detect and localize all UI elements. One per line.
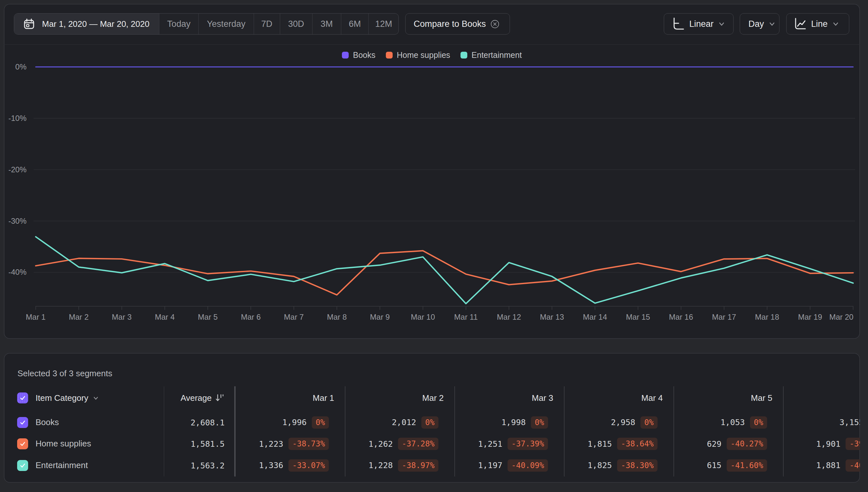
y-axis-tick-label: 0% <box>15 63 26 71</box>
value-cell-books: 3,1550% <box>840 416 860 428</box>
column-separator <box>454 386 455 476</box>
select-all-checkbox[interactable] <box>17 392 28 403</box>
value-cell-entertainment: 615-41.60% <box>707 459 767 472</box>
y-axis-tick-label: -10% <box>8 114 26 123</box>
x-axis-tick-label: Mar 1 <box>26 313 46 321</box>
x-axis-tick-label: Mar 15 <box>626 313 650 321</box>
row-checkbox-home-supplies[interactable] <box>17 438 28 449</box>
day-column-header: Mar 5 <box>751 392 772 403</box>
x-axis-line <box>36 306 853 310</box>
x-axis-tick-label: Mar 16 <box>669 313 693 321</box>
x-axis-tick-label: Mar 13 <box>540 313 564 321</box>
percent-change-badge: -39.75% <box>846 438 860 450</box>
day-column-header: Mar 1 <box>313 392 334 403</box>
percent-change-badge: 0% <box>531 416 548 428</box>
value-cell-entertainment: 1,197-40.09% <box>478 459 548 472</box>
column-separator <box>234 386 236 476</box>
x-axis-tick-label: Mar 10 <box>411 313 435 321</box>
day-column-header: Mar 3 <box>532 392 553 403</box>
x-axis-tick-label: Mar 2 <box>69 313 88 321</box>
value-cell-home-supplies: 1,901-39.75% <box>816 438 860 450</box>
x-axis-tick-label: Mar 11 <box>454 313 478 321</box>
percent-change-badge: -41.60% <box>727 459 767 472</box>
value-cell-entertainment: 1,881-40.38% <box>816 459 860 472</box>
x-axis-tick-label: Mar 17 <box>712 313 736 321</box>
x-axis-tick-label: Mar 7 <box>284 313 304 321</box>
percent-change-badge: -40.27% <box>727 438 767 450</box>
value-cell-books: 2,9580% <box>611 416 658 428</box>
percent-change-badge: -38.30% <box>617 459 658 472</box>
column-separator <box>345 386 346 476</box>
series-line-home-supplies[interactable] <box>36 251 853 295</box>
percent-change-badge: 0% <box>640 416 658 428</box>
value-cell-home-supplies: 1,262-37.28% <box>368 438 438 450</box>
average-cell-entertainment: 1,563.2 <box>191 461 225 470</box>
y-axis-tick-label: -30% <box>8 217 26 225</box>
x-axis-tick-label: Mar 20 <box>829 313 853 321</box>
selected-segments-text: Selected 3 of 3 segments <box>18 369 112 378</box>
percent-change-badge: -37.39% <box>508 438 548 450</box>
day-column-header: Mar 4 <box>641 392 663 403</box>
y-axis-tick-label: -40% <box>8 268 26 276</box>
column-separator <box>783 386 784 476</box>
value-cell-home-supplies: 1,251-37.39% <box>478 438 548 450</box>
average-column-header[interactable]: Average <box>181 392 225 403</box>
day-column-header: Mar 2 <box>423 392 444 403</box>
group-column-header[interactable]: Item Category <box>35 392 99 403</box>
x-axis-tick-label: Mar 19 <box>798 313 822 321</box>
row-checkbox-entertainment[interactable] <box>17 460 28 471</box>
value-cell-home-supplies: 1,815-38.64% <box>587 438 657 450</box>
value-cell-books: 1,9960% <box>282 416 329 428</box>
sort-descending-icon <box>215 393 225 403</box>
x-axis-tick-label: Mar 9 <box>370 313 390 321</box>
series-line-entertainment[interactable] <box>36 237 853 303</box>
value-cell-entertainment: 1,228-38.97% <box>368 459 438 472</box>
x-axis-tick-label: Mar 18 <box>755 313 779 321</box>
line-chart[interactable]: 0%-10%-20%-30%-40%Mar 1Mar 2Mar 3Mar 4Ma… <box>4 4 860 339</box>
x-axis-tick-label: Mar 8 <box>327 313 347 321</box>
x-axis-tick-label: Mar 12 <box>497 313 521 321</box>
column-separator <box>164 386 164 476</box>
x-axis-tick-label: Mar 6 <box>241 313 260 321</box>
percent-change-badge: -33.07% <box>288 459 329 472</box>
average-cell-books: 2,608.1 <box>191 418 225 427</box>
segments-table-card: Selected 3 of 3 segments Item CategoryAv… <box>4 353 860 483</box>
x-axis-tick-label: Mar 5 <box>198 313 218 321</box>
x-axis-tick-label: Mar 3 <box>112 313 131 321</box>
percent-change-badge: -38.97% <box>398 459 438 472</box>
row-label-books: Books <box>35 417 59 427</box>
percent-change-badge: 0% <box>750 416 767 428</box>
percent-change-badge: 0% <box>312 416 329 428</box>
y-axis-tick-label: -20% <box>8 165 26 174</box>
percent-change-badge: -40.09% <box>508 459 548 472</box>
insights-report-page: { "toolbar": { "date_range": "Mar 1, 202… <box>0 0 868 492</box>
column-separator <box>564 386 565 476</box>
value-cell-books: 1,0530% <box>721 416 767 428</box>
percent-change-badge: 0% <box>422 416 438 428</box>
value-cell-entertainment: 1,336-33.07% <box>259 459 329 472</box>
row-label-entertainment: Entertainment <box>35 460 88 470</box>
chart-card: Mar 1, 2020 — Mar 20, 2020 Today Yesterd… <box>4 4 860 339</box>
average-cell-home-supplies: 1,581.5 <box>191 439 225 449</box>
column-separator <box>673 386 674 476</box>
value-cell-books: 2,0120% <box>392 416 438 428</box>
value-cell-home-supplies: 629-40.27% <box>707 438 767 450</box>
percent-change-badge: -40.38% <box>846 459 860 472</box>
chevron-down-icon <box>93 395 99 401</box>
percent-change-badge: -38.64% <box>617 438 658 450</box>
row-label-home-supplies: Home supplies <box>35 439 91 449</box>
percent-change-badge: -38.73% <box>288 438 329 450</box>
value-cell-books: 1,9980% <box>502 416 548 428</box>
percent-change-badge: -37.28% <box>398 438 438 450</box>
value-cell-home-supplies: 1,223-38.73% <box>259 438 329 450</box>
row-checkbox-books[interactable] <box>17 417 28 428</box>
x-axis-tick-label: Mar 14 <box>583 313 607 321</box>
value-cell-entertainment: 1,825-38.30% <box>587 459 657 472</box>
x-axis-tick-label: Mar 4 <box>155 313 175 321</box>
